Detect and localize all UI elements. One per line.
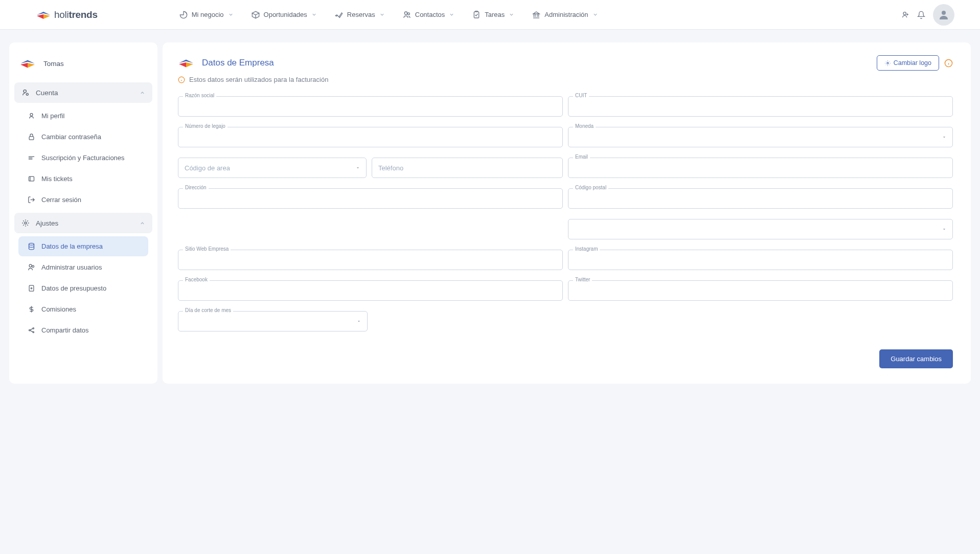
svg-point-0: [404, 12, 407, 14]
field-direccion: Dirección: [178, 188, 563, 209]
unnamed-select[interactable]: [568, 219, 953, 239]
sidebar-item-suscripcion[interactable]: Suscripción y Facturaciones: [18, 148, 148, 168]
person-icon: [28, 112, 35, 120]
main-header: Datos de Empresa Cambiar logo: [178, 55, 953, 71]
svg-point-1: [407, 13, 409, 15]
info-icon[interactable]: [944, 59, 953, 68]
sidebar-user: Tomas: [14, 53, 152, 79]
field-razon-social: Razón social: [178, 96, 563, 117]
sitio-web-input[interactable]: [178, 250, 563, 270]
save-button[interactable]: Guardar cambios: [879, 349, 953, 368]
nav-item-contactos[interactable]: Contactos: [403, 11, 455, 19]
logout-icon: [28, 196, 35, 204]
nav-item-oportunidades[interactable]: Oportunidades: [252, 11, 317, 19]
field-dia-corte: Día de corte de mes: [178, 311, 368, 331]
direccion-input[interactable]: [178, 188, 563, 209]
clipboard-check-icon: [472, 11, 481, 19]
sidebar-section-ajustes[interactable]: Ajustes: [14, 213, 152, 233]
instagram-input[interactable]: [568, 250, 953, 270]
sidebar-item-cambiar-contrasena[interactable]: Cambiar contraseña: [18, 127, 148, 147]
field-moneda: Moneda: [568, 127, 953, 147]
logo-icon: [36, 10, 51, 20]
sidebar-item-mi-perfil[interactable]: Mi perfil: [18, 106, 148, 126]
email-input[interactable]: [568, 158, 953, 178]
person-icon: [938, 9, 950, 21]
sidebar-item-mis-tickets[interactable]: Mis tickets: [18, 169, 148, 189]
sidebar-section-cuenta[interactable]: Cuenta: [14, 82, 152, 103]
codigo-area-select[interactable]: [178, 158, 367, 178]
svg-point-4: [942, 11, 946, 15]
users-icon: [403, 11, 411, 19]
add-user-icon[interactable]: [901, 11, 909, 19]
page-title: Datos de Empresa: [202, 58, 274, 68]
svg-rect-9: [29, 176, 34, 181]
svg-point-21: [887, 62, 888, 63]
field-sitio-web: Sitio Web Empresa: [178, 250, 563, 270]
svg-point-7: [30, 114, 33, 116]
telefono-input[interactable]: [372, 158, 563, 178]
field-instagram: Instagram: [568, 250, 953, 270]
svg-point-20: [33, 331, 34, 333]
codigo-postal-input[interactable]: [568, 188, 953, 209]
svg-point-12: [29, 243, 34, 245]
lock-icon: [28, 133, 35, 141]
chevron-down-icon: [592, 12, 598, 17]
chevron-down-icon: [311, 12, 317, 17]
razon-social-input[interactable]: [178, 96, 563, 117]
dia-corte-select[interactable]: [178, 311, 368, 331]
bell-icon[interactable]: [917, 11, 925, 19]
svg-point-11: [25, 222, 27, 224]
form-footer: Guardar cambios: [178, 349, 953, 368]
nav-item-mi-negocio[interactable]: Mi negocio: [179, 11, 234, 19]
svg-point-19: [33, 328, 34, 329]
sidebar-item-compartir-datos[interactable]: Compartir datos: [18, 320, 148, 340]
svg-rect-8: [29, 137, 34, 140]
main-header-logo-icon: [178, 57, 194, 69]
avatar[interactable]: [933, 4, 954, 26]
logo[interactable]: holitrends: [36, 9, 98, 20]
field-unnamed-select: [568, 219, 953, 239]
info-text: Estos datos serán utilizados para la fac…: [189, 76, 328, 83]
nav-item-administracion[interactable]: Administración: [532, 11, 598, 19]
svg-point-14: [32, 265, 34, 268]
database-icon: [28, 242, 35, 250]
numero-legajo-input[interactable]: [178, 127, 563, 147]
field-twitter: Twitter: [568, 280, 953, 301]
sidebar: Tomas Cuenta Mi perfil Cambiar contraseñ…: [9, 42, 157, 384]
field-codigo-area: [178, 158, 367, 178]
twitter-input[interactable]: [568, 280, 953, 301]
nav-right: [901, 4, 954, 26]
sidebar-item-administrar-usuarios[interactable]: Administrar usuarios: [18, 257, 148, 277]
gear-solid-icon: [884, 60, 891, 67]
cuit-input[interactable]: [568, 96, 953, 117]
svg-point-18: [29, 329, 31, 331]
field-email: Email: [568, 158, 953, 178]
svg-point-16: [31, 287, 32, 289]
sidebar-item-cerrar-sesion[interactable]: Cerrar sesión: [18, 190, 148, 210]
gear-icon: [21, 219, 30, 227]
chevron-down-icon: [449, 12, 454, 17]
chevron-up-icon: [140, 220, 145, 226]
chevron-down-icon: [228, 12, 234, 17]
change-logo-button[interactable]: Cambiar logo: [877, 55, 939, 71]
sidebar-item-datos-presupuesto[interactable]: Datos de presupuesto: [18, 278, 148, 298]
svg-rect-2: [474, 12, 479, 18]
main-content: Datos de Empresa Cambiar logo Estos dato…: [163, 42, 971, 384]
blank-slot: [178, 219, 563, 239]
nav-item-reservas[interactable]: Reservas: [335, 11, 385, 19]
moneda-select[interactable]: [568, 127, 953, 147]
facebook-input[interactable]: [178, 280, 563, 301]
receipt-icon: [28, 154, 35, 162]
chevron-down-icon: [509, 12, 514, 17]
top-nav: holitrends Mi negocio Oportunidades Rese…: [0, 0, 980, 30]
nav-item-tareas[interactable]: Tareas: [472, 11, 514, 19]
svg-point-13: [29, 264, 32, 267]
sidebar-item-comisiones[interactable]: Comisiones: [18, 299, 148, 319]
sidebar-item-datos-empresa[interactable]: Datos de la empresa: [18, 236, 148, 256]
svg-point-3: [903, 12, 906, 14]
info-bar: Estos datos serán utilizados para la fac…: [178, 76, 953, 83]
box-icon: [252, 11, 260, 19]
field-facebook: Facebook: [178, 280, 563, 301]
pie-chart-icon: [179, 11, 188, 19]
users-icon: [28, 263, 35, 271]
